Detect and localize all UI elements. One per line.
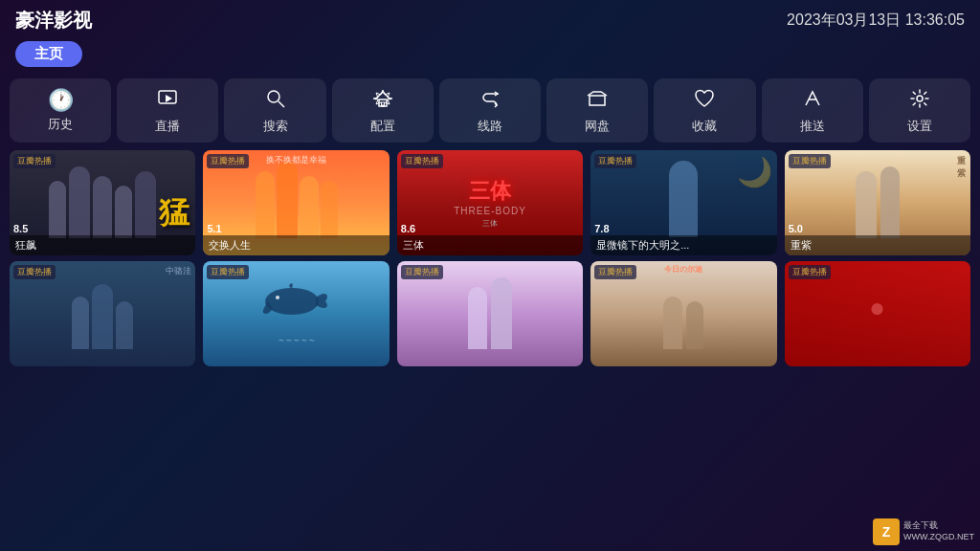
settings-icon: [909, 88, 930, 113]
card-row-2: 中骆洼 豆瓣热播 ～～～～～ 豆瓣热播: [10, 261, 970, 366]
card-badge-9: 豆瓣热播: [594, 265, 636, 279]
card-badge-7: 豆瓣热播: [207, 265, 249, 279]
watermark-text: 最全下载 WWW.ZQGD.NET: [903, 520, 974, 542]
card-score-3: 8.6: [401, 223, 415, 234]
card-row2-5[interactable]: ● 豆瓣热播: [785, 261, 970, 366]
menu-search-label: 搜索: [263, 118, 288, 135]
menu-bar: 🕐 历史 直播 搜索: [0, 71, 980, 150]
menu-push[interactable]: 推送: [762, 78, 863, 143]
card-badge-2: 豆瓣热播: [207, 154, 249, 168]
card-badge-3: 豆瓣热播: [401, 154, 443, 168]
config-icon: [372, 88, 393, 113]
menu-config-label: 配置: [370, 118, 395, 135]
menu-route-label: 线路: [478, 118, 502, 135]
menu-netdisk-label: 网盘: [585, 118, 610, 135]
menu-history[interactable]: 🕐 历史: [10, 78, 111, 143]
tab-home[interactable]: 主页: [15, 41, 82, 67]
card-score-1: 8.5: [13, 223, 28, 234]
svg-marker-1: [166, 95, 172, 102]
card-score-5: 5.0: [789, 223, 803, 234]
card-title-5: 重紫: [785, 235, 970, 255]
card-jiaohuan[interactable]: 换不换都是幸福 豆瓣热播 5.1 交换人生: [203, 150, 389, 255]
datetime: 2023年03月13日 13:36:05: [787, 11, 965, 31]
card-score-2: 5.1: [207, 223, 221, 234]
svg-point-8: [276, 296, 279, 299]
card-row2-1[interactable]: 中骆洼 豆瓣热播: [10, 261, 195, 366]
card-title-1: 狂飙: [10, 235, 195, 255]
card-badge-10: 豆瓣热播: [789, 265, 831, 279]
card-row2-4[interactable]: 今日の尔迪 豆瓣热播: [590, 261, 776, 366]
header: 豪洋影视 2023年03月13日 13:36:05: [0, 0, 980, 37]
card-score-4: 7.8: [594, 223, 609, 234]
card-badge-8: 豆瓣热播: [401, 265, 443, 279]
menu-search[interactable]: 搜索: [224, 78, 325, 143]
card-xianweijing[interactable]: 🌙 豆瓣热播 7.8 显微镜下的大明之...: [590, 150, 776, 255]
card-row2-2[interactable]: ～～～～～ 豆瓣热播: [203, 261, 389, 366]
menu-favorites-label: 收藏: [692, 118, 717, 135]
search-icon: [265, 88, 286, 113]
favorites-icon: [694, 88, 715, 113]
route-icon: [479, 88, 501, 113]
card-badge-6: 豆瓣热播: [13, 265, 56, 279]
card-badge-5: 豆瓣热播: [789, 154, 831, 168]
card-badge-1: 豆瓣热播: [13, 154, 56, 168]
card-title-3: 三体: [397, 235, 583, 255]
threebody-overlay: 三体 THREE-BODY 三体: [454, 177, 526, 229]
menu-settings-label: 设置: [907, 118, 932, 135]
svg-line-3: [278, 101, 284, 107]
card-title-2: 交换人生: [203, 235, 389, 255]
card-title-4: 显微镜下的大明之...: [590, 235, 776, 255]
svg-point-7: [265, 288, 319, 315]
nav-tabs: 主页: [0, 37, 980, 71]
card-chongzi[interactable]: 重紫 豆瓣热播 5.0 重紫: [785, 150, 970, 255]
menu-config[interactable]: 配置: [332, 78, 434, 143]
history-icon: 🕐: [48, 90, 74, 111]
menu-push-label: 推送: [800, 118, 825, 135]
card-row-1: 猛 豆瓣热播 8.5 狂飙 换不换都是幸福 豆瓣热播 5.1 交: [10, 150, 970, 255]
svg-point-2: [268, 91, 279, 102]
menu-live[interactable]: 直播: [117, 78, 218, 143]
card-santi[interactable]: 三体 THREE-BODY 三体 豆瓣热播 8.6 三体: [397, 150, 583, 255]
menu-settings[interactable]: 设置: [869, 78, 970, 143]
netdisk-icon: [587, 88, 608, 113]
menu-live-label: 直播: [155, 118, 180, 135]
watermark: Z 最全下载 WWW.ZQGD.NET: [873, 518, 974, 545]
menu-history-label: 历史: [48, 116, 73, 133]
watermark-icon: Z: [873, 518, 900, 545]
card-row2-3[interactable]: 豆瓣热播: [397, 261, 583, 366]
menu-route[interactable]: 线路: [439, 78, 541, 143]
app-title: 豪洋影视: [15, 8, 92, 33]
content-grid: 猛 豆瓣热播 8.5 狂飙 换不换都是幸福 豆瓣热播 5.1 交: [0, 150, 980, 366]
card-badge-4: 豆瓣热播: [594, 154, 636, 168]
card-kuangbiao[interactable]: 猛 豆瓣热播 8.5 狂飙: [10, 150, 195, 255]
svg-point-6: [917, 96, 923, 101]
menu-favorites[interactable]: 收藏: [654, 78, 755, 143]
menu-netdisk[interactable]: 网盘: [546, 78, 648, 143]
live-icon: [157, 88, 178, 113]
push-icon: [802, 88, 823, 113]
